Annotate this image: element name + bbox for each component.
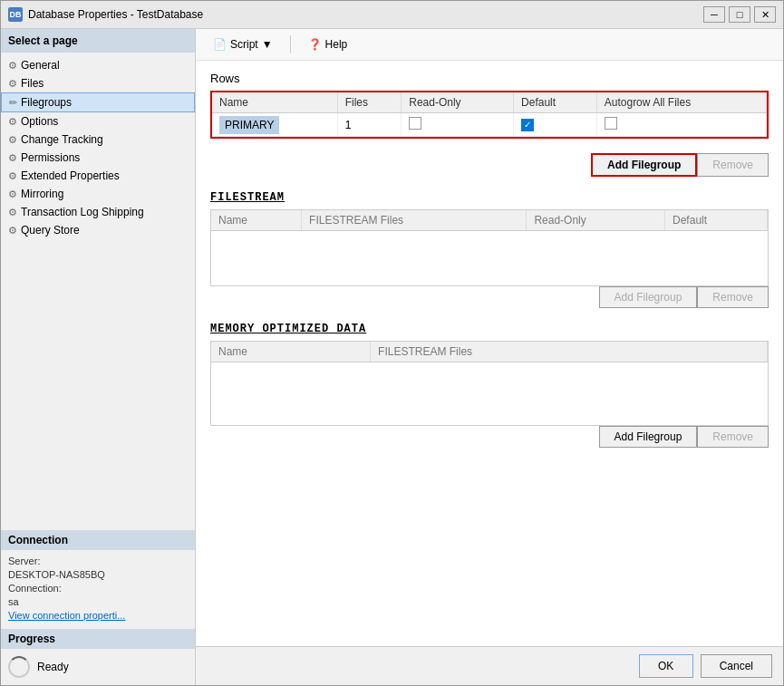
default-checkbox[interactable] <box>521 119 534 131</box>
close-button[interactable]: ✕ <box>754 6 776 23</box>
sidebar-header: Select a page <box>1 29 195 53</box>
memory-add-button[interactable]: Add Filegroup <box>599 426 698 448</box>
memory-optimized-section: MEMORY OPTIMIZED DATA Name FILESTREAM Fi… <box>210 323 769 449</box>
sidebar-item-label: General <box>21 59 60 72</box>
row-files-cell: 1 <box>337 113 402 137</box>
view-connection-row: View connection properti... <box>8 610 188 621</box>
toolbar-separator <box>290 35 291 53</box>
sidebar-item-filegroups[interactable]: ✏ Filegroups <box>1 92 195 112</box>
col-default: Default <box>514 92 597 113</box>
memory-btn-row: Add Filegroup Remove <box>210 426 769 448</box>
connection-value: sa <box>8 596 19 607</box>
rows-label: Rows <box>210 72 769 85</box>
script-icon: 📄 <box>213 38 227 51</box>
query-store-icon: ⚙ <box>8 225 17 237</box>
connection-label-row: Connection: <box>8 583 188 594</box>
window-controls: ─ □ ✕ <box>703 6 776 23</box>
ok-button[interactable]: OK <box>639 654 693 678</box>
rows-remove-button[interactable]: Remove <box>697 153 769 177</box>
rows-section: Rows Name Files Read-Only Default Autogr… <box>210 72 769 139</box>
rows-table: Name Files Read-Only Default Autogrow Al… <box>212 92 767 137</box>
fs-col-readonly: Read-Only <box>527 210 665 231</box>
sidebar-item-change-tracking[interactable]: ⚙ Change Tracking <box>1 130 195 149</box>
row-autogrow-cell <box>596 113 766 137</box>
rows-table-container: Name Files Read-Only Default Autogrow Al… <box>210 91 769 139</box>
col-files: Files <box>337 92 402 113</box>
row-name-cell: PRIMARY <box>212 113 337 137</box>
progress-header: Progress <box>1 629 195 649</box>
options-icon: ⚙ <box>8 116 17 128</box>
title-bar-left: DB Database Properties - TestDatabase <box>8 7 203 22</box>
help-button[interactable]: ❓ Help <box>300 34 356 54</box>
app-icon: DB <box>8 7 23 22</box>
sidebar-item-label: Query Store <box>21 224 80 237</box>
sidebar-item-label: Options <box>21 115 58 128</box>
progress-section: Progress Ready <box>1 629 195 685</box>
server-value-row: DESKTOP-NAS85BQ <box>8 569 188 580</box>
sidebar-item-label: Files <box>21 77 44 90</box>
sidebar-item-mirroring[interactable]: ⚙ Mirroring <box>1 185 195 203</box>
col-name: Name <box>212 92 337 113</box>
sidebar-item-extended-properties[interactable]: ⚙ Extended Properties <box>1 167 195 185</box>
connection-label: Connection: <box>8 583 62 594</box>
mirroring-icon: ⚙ <box>8 188 17 200</box>
memory-title: MEMORY OPTIMIZED DATA <box>210 323 769 335</box>
progress-spinner <box>8 656 30 678</box>
rows-table-header-row: Name Files Read-Only Default Autogrow Al… <box>212 92 767 113</box>
main-content: Rows Name Files Read-Only Default Autogr… <box>196 61 783 646</box>
mem-col-name: Name <box>211 342 371 362</box>
filestream-table-container: Name FILESTREAM Files Read-Only Default <box>210 209 769 286</box>
files-icon: ⚙ <box>8 78 17 90</box>
toolbar: 📄 Script ▼ ❓ Help <box>196 29 783 61</box>
sidebar-item-options[interactable]: ⚙ Options <box>1 112 195 130</box>
window-title: Database Properties - TestDatabase <box>28 8 203 21</box>
sidebar-item-query-store[interactable]: ⚙ Query Store <box>1 221 195 239</box>
server-value: DESKTOP-NAS85BQ <box>8 569 105 580</box>
row-default-cell <box>514 113 597 137</box>
help-icon: ❓ <box>308 38 322 51</box>
readonly-checkbox[interactable] <box>409 117 421 130</box>
content-area: Select a page ⚙ General ⚙ Files ✏ Filegr… <box>1 29 783 685</box>
sidebar-item-permissions[interactable]: ⚙ Permissions <box>1 149 195 167</box>
sidebar-item-files[interactable]: ⚙ Files <box>1 74 195 92</box>
sidebar: Select a page ⚙ General ⚙ Files ✏ Filegr… <box>1 29 196 685</box>
memory-header-row: Name FILESTREAM Files <box>211 342 768 362</box>
rows-btn-row: Add Filegroup Remove <box>210 153 769 177</box>
script-button[interactable]: 📄 Script ▼ <box>205 34 281 54</box>
maximize-button[interactable]: □ <box>729 6 750 23</box>
sidebar-item-label: Permissions <box>21 151 80 164</box>
filestream-title: FILESTREAM <box>210 191 769 204</box>
sidebar-item-general[interactable]: ⚙ General <box>1 56 195 74</box>
connection-content: Server: DESKTOP-NAS85BQ Connection: sa V… <box>1 550 195 629</box>
memory-head: Name FILESTREAM Files <box>211 342 768 362</box>
filestream-section: FILESTREAM Name FILESTREAM Files Read-On… <box>210 191 769 308</box>
autogrow-checkbox[interactable] <box>605 117 617 130</box>
main-panel: 📄 Script ▼ ❓ Help Rows <box>196 29 783 685</box>
memory-table-container: Name FILESTREAM Files <box>210 341 769 427</box>
connection-header: Connection <box>1 530 195 550</box>
sidebar-item-label: Filegroups <box>21 96 72 109</box>
filestream-btn-row: Add Filegroup Remove <box>210 286 769 308</box>
connection-value-row: sa <box>8 596 188 607</box>
server-label: Server: <box>8 556 40 566</box>
filestream-add-button[interactable]: Add Filegroup <box>599 286 698 308</box>
row-readonly-cell <box>402 113 514 137</box>
rows-table-body: PRIMARY 1 <box>212 113 767 137</box>
filestream-head: Name FILESTREAM Files Read-Only Default <box>211 210 768 231</box>
change-tracking-icon: ⚙ <box>8 134 17 146</box>
table-row[interactable]: PRIMARY 1 <box>212 113 767 137</box>
rows-add-filegroup-button[interactable]: Add Filegroup <box>591 153 697 177</box>
memory-remove-button[interactable]: Remove <box>697 426 769 448</box>
rows-table-head: Name Files Read-Only Default Autogrow Al… <box>212 92 767 113</box>
filestream-remove-button[interactable]: Remove <box>697 286 769 308</box>
minimize-button[interactable]: ─ <box>703 6 725 23</box>
fs-col-default: Default <box>665 210 768 231</box>
sidebar-items-list: ⚙ General ⚙ Files ✏ Filegroups ⚙ Options… <box>1 53 195 523</box>
sidebar-item-transaction-log[interactable]: ⚙ Transaction Log Shipping <box>1 203 195 221</box>
extended-properties-icon: ⚙ <box>8 170 17 182</box>
filestream-header-row: Name FILESTREAM Files Read-Only Default <box>211 210 768 231</box>
cancel-button[interactable]: Cancel <box>701 654 772 678</box>
view-connection-link[interactable]: View connection properti... <box>8 610 125 621</box>
col-readonly: Read-Only <box>402 92 514 113</box>
server-label-row: Server: <box>8 556 188 566</box>
